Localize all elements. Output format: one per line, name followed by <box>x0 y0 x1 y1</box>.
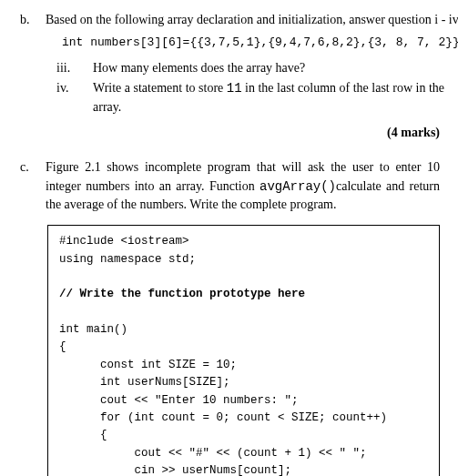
sub-iii-label: iii. <box>56 59 76 77</box>
marks-label: (4 marks) <box>20 124 440 142</box>
sub-iv-text: Write a statement to store 11 in the las… <box>93 79 458 116</box>
code-l12: cin >> userNums[count]; <box>59 464 291 476</box>
sub-question-iv: iv. Write a statement to store 11 in the… <box>56 79 458 116</box>
sub-iv-text-a: Write a statement to store <box>93 81 227 95</box>
code-l01: #include <iostream> <box>59 235 189 248</box>
question-c-label: c. <box>20 158 33 214</box>
code-l06: const int SIZE = 10; <box>59 359 237 371</box>
question-b-lead: Based on the following array declaration… <box>46 11 458 29</box>
code-l08: cout << "Enter 10 numbers: "; <box>59 394 299 407</box>
code-l11: cout << "#" << (count + 1) << " "; <box>59 447 367 460</box>
code-l02: using namespace std; <box>59 253 196 266</box>
code-l10: { <box>59 429 107 441</box>
array-declaration-code: int numbers[3][6]={{3,7,5,1},{9,4,7,6,8,… <box>62 35 458 52</box>
code-l05: { <box>59 340 66 353</box>
question-c: c. Figure 2.1 shows incomplete program t… <box>20 158 440 214</box>
question-b: b. Based on the following array declarat… <box>20 11 440 120</box>
code-l04: int main() <box>59 323 127 336</box>
code-listing: #include <iostream> using namespace std;… <box>47 225 440 476</box>
code-l09: for (int count = 0; count < SIZE; count+… <box>59 411 387 424</box>
sub-question-iii: iii. How many elements does the array ha… <box>56 59 458 77</box>
sub-iii-text: How many elements does the array have? <box>93 59 458 77</box>
code-l03: // Write the function prototype here <box>59 288 305 300</box>
question-c-content: Figure 2.1 shows incomplete program that… <box>46 158 440 214</box>
code-l07: int userNums[SIZE]; <box>59 376 230 389</box>
question-b-label: b. <box>20 11 33 120</box>
question-b-content: Based on the following array declaration… <box>46 11 458 120</box>
sub-iv-code: 11 <box>227 81 242 96</box>
question-c-fn: avgArray() <box>260 179 336 194</box>
sub-questions: iii. How many elements does the array ha… <box>56 59 458 116</box>
sub-iv-label: iv. <box>56 79 76 116</box>
